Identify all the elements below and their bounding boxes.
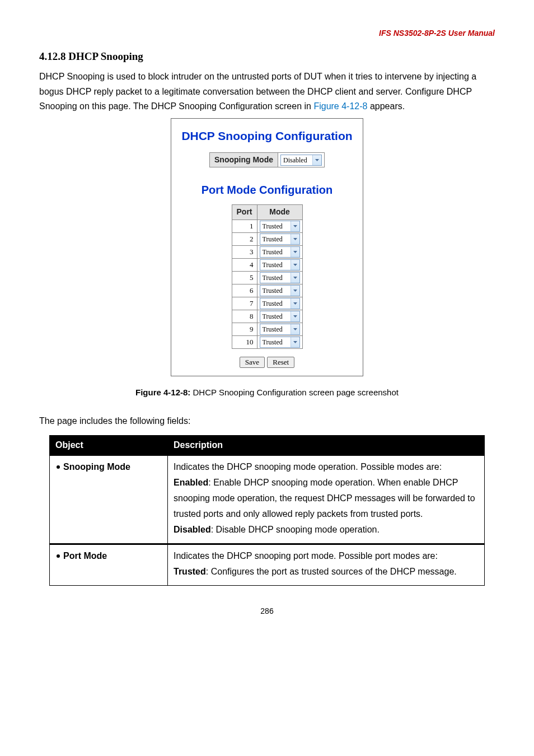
description-line: Enabled: Enable DHCP snooping mode opera… (174, 475, 479, 522)
port-mode-dropdown[interactable]: Trusted (260, 285, 300, 296)
table-row: 4Trusted (232, 258, 302, 271)
port-cell: 3 (232, 245, 257, 258)
save-button[interactable]: Save (240, 357, 265, 368)
port-mode-value: Trusted (260, 247, 291, 257)
port-mode-dropdown[interactable]: Trusted (260, 337, 300, 348)
description-cell: Indicates the DHCP snooping mode operati… (168, 455, 485, 544)
mode-cell: Trusted (257, 310, 302, 323)
figure-caption: Figure 4-12-8: DHCP Snooping Configurati… (39, 386, 495, 398)
bullet-icon (57, 465, 60, 469)
table-row: 5Trusted (232, 272, 302, 284)
port-mode-value: Trusted (260, 273, 291, 283)
mode-column-header: Mode (257, 205, 302, 220)
table-row: 6Trusted (232, 284, 302, 297)
chevron-down-icon (291, 298, 299, 309)
table-row: Snooping ModeIndicates the DHCP snooping… (50, 455, 485, 544)
object-cell: Snooping Mode (50, 455, 168, 544)
object-header: Object (50, 436, 168, 455)
port-mode-dropdown[interactable]: Trusted (260, 234, 300, 245)
mode-cell: Trusted (257, 245, 302, 258)
chevron-down-icon (291, 324, 299, 334)
description-line: Disabled: Disable DHCP snooping mode ope… (174, 522, 479, 538)
page-header: IFS NS3502-8P-2S User Manual (39, 28, 495, 39)
port-cell: 8 (232, 310, 257, 323)
mode-cell: Trusted (257, 258, 302, 271)
port-mode-dropdown[interactable]: Trusted (260, 298, 300, 309)
port-mode-table: Port Mode 1Trusted2Trusted3Trusted4Trust… (232, 204, 303, 349)
snooping-mode-value: Disabled (281, 155, 312, 165)
snooping-mode-header: Snooping Mode (210, 152, 278, 167)
port-mode-value: Trusted (260, 286, 291, 296)
port-mode-dropdown[interactable]: Trusted (260, 259, 300, 270)
port-cell: 6 (232, 284, 257, 297)
svg-marker-1 (293, 225, 297, 227)
description-line: Indicates the DHCP snooping mode operati… (174, 459, 479, 475)
dhcp-config-panel: DHCP Snooping Configuration Snooping Mod… (171, 118, 363, 376)
mode-cell: Trusted (257, 336, 302, 349)
svg-marker-0 (315, 159, 319, 161)
intro-paragraph: DHCP Snooping is used to block intruder … (39, 69, 495, 114)
port-cell: 2 (232, 232, 257, 245)
port-mode-value: Trusted (260, 311, 291, 321)
intro-text-a: DHCP Snooping is used to block intruder … (39, 72, 476, 111)
port-mode-value: Trusted (260, 324, 291, 334)
svg-marker-2 (293, 238, 297, 240)
port-mode-value: Trusted (260, 221, 291, 231)
figure-caption-text: DHCP Snooping Configuration screen page … (190, 388, 399, 397)
port-mode-dropdown[interactable]: Trusted (260, 246, 300, 258)
svg-marker-6 (293, 290, 297, 292)
object-label: Port Mode (63, 551, 107, 561)
table-row: 9Trusted (232, 323, 302, 336)
page-number: 286 (39, 606, 495, 617)
svg-marker-7 (293, 302, 297, 305)
table-row: 10Trusted (232, 336, 302, 349)
figure-link: Figure 4-12-8 (313, 101, 367, 111)
table-row: 7Trusted (232, 297, 302, 310)
chevron-down-icon (312, 155, 321, 165)
description-table: Object Description Snooping ModeIndicate… (49, 435, 485, 585)
figure-caption-number: Figure 4-12-8: (135, 388, 190, 397)
snooping-mode-table: Snooping Mode Disabled (209, 152, 325, 168)
port-mode-value: Trusted (260, 234, 291, 244)
port-mode-value: Trusted (260, 337, 291, 347)
chevron-down-icon (291, 260, 299, 270)
port-mode-dropdown[interactable]: Trusted (260, 221, 300, 232)
description-line: Trusted: Configures the port as trusted … (174, 564, 479, 580)
chevron-down-icon (291, 221, 299, 231)
table-row: 2Trusted (232, 232, 302, 245)
port-mode-dropdown[interactable]: Trusted (260, 324, 300, 335)
port-mode-dropdown[interactable]: Trusted (260, 272, 300, 283)
description-header: Description (168, 436, 485, 455)
object-cell: Port Mode (50, 544, 168, 585)
port-cell: 4 (232, 258, 257, 271)
chevron-down-icon (291, 311, 299, 321)
svg-marker-10 (293, 341, 297, 343)
port-cell: 1 (232, 220, 257, 232)
chevron-down-icon (291, 337, 299, 347)
svg-marker-4 (293, 264, 297, 266)
mode-cell: Trusted (257, 220, 302, 232)
port-cell: 9 (232, 323, 257, 336)
table-row: Port ModeIndicates the DHCP snooping por… (50, 544, 485, 585)
section-heading: 4.12.8 DHCP Snooping (39, 49, 495, 64)
mode-cell: Trusted (257, 323, 302, 336)
reset-button[interactable]: Reset (267, 357, 294, 368)
description-cell: Indicates the DHCP snooping port mode. P… (168, 544, 485, 585)
svg-marker-5 (293, 277, 297, 279)
port-cell: 5 (232, 272, 257, 284)
panel-title: DHCP Snooping Configuration (181, 128, 352, 144)
port-mode-dropdown[interactable]: Trusted (260, 311, 300, 322)
svg-marker-9 (293, 328, 297, 330)
snooping-mode-dropdown[interactable]: Disabled (280, 155, 322, 166)
port-cell: 10 (232, 336, 257, 349)
svg-marker-3 (293, 251, 297, 253)
chevron-down-icon (291, 234, 299, 244)
svg-marker-8 (293, 315, 297, 318)
port-column-header: Port (232, 205, 257, 220)
table-row: 8Trusted (232, 310, 302, 323)
table-row: 3Trusted (232, 245, 302, 258)
fields-intro: The page includes the following fields: (39, 415, 495, 427)
mode-cell: Trusted (257, 297, 302, 310)
table-row: 1Trusted (232, 220, 302, 232)
port-cell: 7 (232, 297, 257, 310)
